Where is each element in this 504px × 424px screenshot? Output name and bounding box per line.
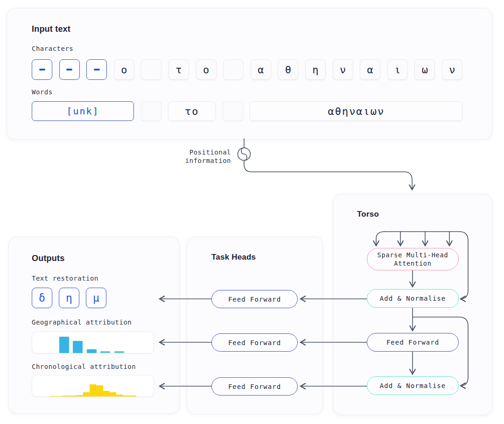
chrono-attribution-chart (32, 375, 154, 397)
chart-bar (103, 391, 110, 396)
add-normalise-block-2: Add & Normalise (367, 376, 459, 395)
chart-bar (50, 396, 56, 397)
sine-wave-glyph (241, 148, 247, 161)
input-card-title: Input text (32, 24, 70, 34)
space-char-tile (141, 59, 161, 80)
chart-bar (114, 351, 124, 353)
char-tile: ο (196, 59, 217, 80)
chart-bar (90, 384, 96, 396)
char-tile: θ (278, 59, 298, 80)
task-head-feed-forward-3: Feed Forward (211, 377, 298, 396)
space-word-tile (223, 101, 243, 121)
character-token-row: οτοαθηναιων (32, 59, 462, 80)
chronological-attribution-label: Chronological attribution (32, 363, 136, 370)
text-restoration-label: Text restoration (32, 275, 98, 282)
chart-bar (56, 396, 63, 397)
char-tile: τ (168, 59, 189, 80)
char-tile: α (360, 59, 380, 80)
missing-dash-icon (94, 69, 100, 70)
chart-bar (100, 351, 110, 353)
word-token-row: [unk]τοαθηναιων (32, 101, 462, 121)
torso-feed-forward-block: Feed Forward (367, 333, 459, 352)
chart-bar (83, 392, 90, 396)
char-tile: ν (442, 59, 462, 80)
char-tile: α (251, 59, 271, 80)
restoration-token-row: δημ (32, 288, 106, 308)
positional-information-label: Positional information (168, 148, 231, 165)
missing-char-tile (59, 59, 80, 80)
chart-bar (70, 396, 77, 396)
restored-char-token: δ (32, 288, 52, 308)
characters-label: Characters (32, 45, 73, 52)
chart-bar (96, 385, 103, 396)
chart-bar (59, 337, 69, 353)
missing-char-tile (86, 59, 107, 80)
geo-attribution-chart (32, 332, 154, 353)
space-char-tile (223, 59, 244, 80)
geographical-attribution-label: Geographical attribution (32, 318, 132, 326)
positional-label-line2: information (168, 156, 231, 165)
chart-bar (77, 395, 83, 396)
space-word-tile (141, 101, 161, 121)
task-head-feed-forward-1: Feed Forward (211, 290, 298, 308)
sparse-multi-head-attention-block: Sparse Multi-Head Attention (367, 248, 459, 270)
positional-encoding-icon (238, 148, 251, 161)
missing-char-tile (32, 59, 52, 80)
task-head-feed-forward-2: Feed Forward (211, 333, 298, 352)
chart-bar (110, 392, 116, 396)
add-normalise-block-1: Add & Normalise (367, 289, 459, 308)
char-tile: ν (333, 59, 353, 80)
restored-char-token: η (59, 288, 79, 308)
task-heads-title: Task Heads (211, 253, 256, 262)
chart-bar (87, 349, 97, 353)
missing-dash-icon (66, 69, 72, 70)
word-tile: αθηναιων (250, 101, 462, 121)
chart-bar (63, 396, 70, 396)
restored-char-token: μ (86, 288, 106, 308)
word-tile: το (168, 101, 216, 121)
char-tile: ω (414, 59, 435, 80)
unk-word-tile: [unk] (32, 101, 134, 121)
words-label: Words (32, 88, 53, 96)
char-tile: η (305, 59, 326, 80)
positional-to-torso-line (244, 161, 412, 190)
positional-label-line1: Positional (168, 148, 231, 156)
chart-bar (73, 341, 83, 353)
char-tile: ο (114, 59, 134, 80)
outputs-title: Outputs (32, 254, 64, 263)
char-tile: ι (387, 59, 408, 80)
torso-title: Torso (357, 210, 379, 219)
chart-bar (123, 396, 129, 396)
architecture-diagram: Input text Characters οτοαθηναιων Words … (0, 0, 504, 424)
missing-dash-icon (39, 69, 45, 70)
chart-bar (129, 396, 136, 396)
chart-bar (116, 395, 123, 396)
